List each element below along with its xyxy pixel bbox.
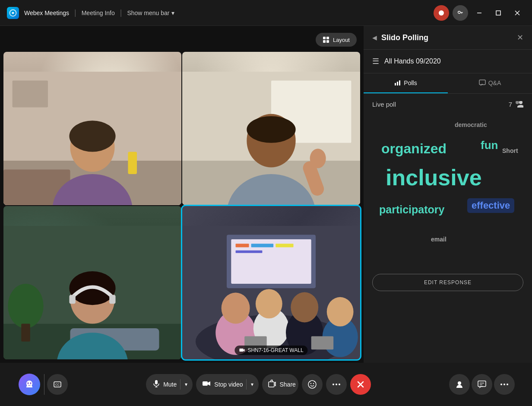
more-right-button[interactable] bbox=[494, 374, 515, 395]
meeting-info-link[interactable]: Meeting Info bbox=[82, 10, 115, 16]
svg-rect-68 bbox=[203, 381, 208, 386]
live-poll-label: Live poll bbox=[372, 101, 396, 108]
svg-rect-9 bbox=[323, 40, 326, 43]
slido-tabs: Polls Q&A bbox=[364, 73, 532, 94]
slido-body: Live poll 7 organized fun democratic inc… bbox=[364, 94, 532, 363]
stop-video-label[interactable]: Stop video bbox=[214, 381, 243, 388]
wc-word-democratic: democratic bbox=[452, 121, 490, 129]
svg-point-84 bbox=[504, 384, 505, 385]
key-button[interactable] bbox=[453, 5, 468, 21]
participants-button[interactable] bbox=[449, 374, 470, 395]
svg-point-48 bbox=[256, 289, 282, 318]
separator-1: | bbox=[74, 8, 76, 17]
slido-panel: ◀ Slido Polling ✕ ☰ All Hands 09/2020 Po… bbox=[364, 26, 532, 363]
svg-point-61 bbox=[28, 383, 29, 384]
chat-button[interactable] bbox=[472, 374, 492, 395]
svg-rect-10 bbox=[326, 40, 329, 43]
wc-word-participatory: participatory bbox=[377, 203, 447, 217]
toolbar-center: Mute ▾ Stop video ▾ bbox=[146, 374, 371, 395]
title-bar-right bbox=[434, 5, 525, 21]
layout-button[interactable]: Layout bbox=[316, 33, 357, 47]
slido-panel-header: ◀ Slido Polling ✕ bbox=[364, 26, 532, 50]
tab-polls[interactable]: Polls bbox=[364, 73, 448, 93]
slido-meeting-header: ☰ All Hands 09/2020 bbox=[364, 50, 532, 73]
svg-rect-7 bbox=[323, 37, 326, 39]
edit-response-button[interactable]: EDIT RESPONSE bbox=[372, 274, 523, 291]
slido-close-button[interactable]: ✕ bbox=[517, 33, 523, 42]
layout-label: Layout bbox=[333, 37, 350, 43]
video-cell-2 bbox=[182, 52, 360, 205]
svg-rect-80 bbox=[478, 381, 486, 387]
svg-rect-30 bbox=[21, 324, 30, 342]
svg-rect-41 bbox=[251, 244, 274, 247]
svg-point-71 bbox=[308, 381, 316, 388]
toolbar-divider-1 bbox=[44, 374, 44, 395]
maximize-button[interactable] bbox=[491, 5, 506, 21]
camera-icon bbox=[202, 381, 211, 388]
reactions-button[interactable] bbox=[302, 374, 323, 395]
video-divider bbox=[246, 379, 247, 390]
svg-rect-4 bbox=[496, 11, 500, 15]
minimize-button[interactable] bbox=[472, 5, 487, 21]
end-call-button[interactable] bbox=[350, 374, 371, 395]
title-bar: Webex Meetings | Meeting Info | Show men… bbox=[0, 0, 532, 26]
mute-label[interactable]: Mute bbox=[163, 381, 177, 388]
svg-rect-54 bbox=[311, 336, 334, 349]
poll-count-number: 7 bbox=[509, 101, 512, 108]
share-label[interactable]: Share bbox=[279, 381, 295, 388]
svg-point-76 bbox=[339, 384, 340, 385]
svg-rect-55 bbox=[239, 349, 243, 352]
video-cell-4: SHN7-16-GREAT WALL bbox=[182, 206, 360, 359]
close-button[interactable] bbox=[510, 5, 525, 21]
svg-rect-69 bbox=[269, 382, 274, 387]
svg-rect-14 bbox=[128, 152, 137, 174]
separator-2: | bbox=[120, 8, 122, 17]
record-button[interactable] bbox=[434, 5, 449, 21]
captions-button[interactable]: CC bbox=[47, 374, 68, 395]
svg-point-2 bbox=[458, 11, 460, 13]
hamburger-menu-icon[interactable]: ☰ bbox=[372, 57, 379, 66]
video-feed-3 bbox=[3, 206, 181, 359]
video-cell-1 bbox=[3, 52, 181, 205]
more-options-button[interactable] bbox=[326, 374, 347, 395]
tab-qa-label: Q&A bbox=[488, 79, 501, 86]
share-icon bbox=[268, 380, 276, 389]
show-menu-bar-btn[interactable]: Show menu bar ▾ bbox=[127, 10, 174, 16]
svg-point-62 bbox=[30, 383, 32, 384]
wc-word-email: email bbox=[428, 235, 449, 244]
title-bar-left: Webex Meetings | Meeting Info | Show men… bbox=[7, 7, 434, 19]
live-poll-header: Live poll 7 bbox=[372, 101, 523, 108]
svg-point-52 bbox=[327, 297, 354, 327]
svg-point-83 bbox=[500, 384, 502, 385]
toolbar-left: CC bbox=[17, 372, 68, 396]
svg-rect-36 bbox=[109, 295, 115, 304]
svg-point-50 bbox=[291, 292, 318, 322]
mic-icon bbox=[153, 380, 160, 389]
svg-point-73 bbox=[313, 383, 314, 384]
tab-qa[interactable]: Q&A bbox=[448, 73, 532, 93]
svg-point-79 bbox=[458, 381, 461, 385]
svg-rect-8 bbox=[326, 37, 329, 39]
show-menu-bar-label: Show menu bar bbox=[127, 10, 169, 16]
mute-chevron-icon[interactable]: ▾ bbox=[182, 381, 190, 387]
slido-header-left: ◀ Slido Polling bbox=[372, 33, 428, 42]
svg-point-1 bbox=[439, 10, 444, 16]
meeting-name: All Hands 09/2020 bbox=[384, 57, 441, 65]
main-content: Layout bbox=[0, 26, 532, 363]
video-group: Stop video ▾ bbox=[196, 374, 259, 395]
wc-word-short: Short bbox=[500, 146, 521, 155]
svg-rect-56 bbox=[395, 83, 396, 86]
svg-text:CC: CC bbox=[55, 383, 60, 386]
video-chevron-icon[interactable]: ▾ bbox=[248, 381, 256, 387]
webex-bot-button[interactable] bbox=[17, 372, 41, 396]
video-area: Layout bbox=[0, 26, 364, 363]
video-feed-1 bbox=[3, 52, 181, 205]
svg-point-26 bbox=[247, 116, 295, 143]
wc-word-effective: effective bbox=[467, 198, 514, 213]
svg-point-46 bbox=[222, 293, 250, 324]
app-name: Webex Meetings bbox=[24, 10, 69, 16]
slido-collapse-icon[interactable]: ◀ bbox=[372, 34, 377, 41]
mute-group: Mute ▾ bbox=[146, 374, 193, 395]
svg-point-72 bbox=[310, 383, 311, 384]
wc-word-inclusive: inclusive bbox=[383, 164, 484, 191]
